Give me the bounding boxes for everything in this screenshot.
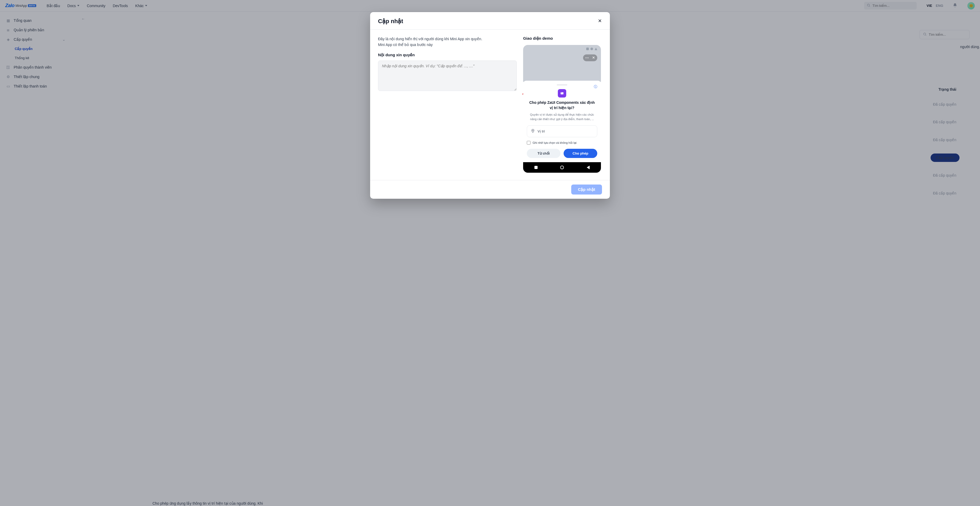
svg-rect-9: [561, 93, 562, 93]
phone-system-nav: [523, 162, 601, 173]
permission-content-label: Nội dung xin quyền: [378, 53, 517, 57]
sheet-handle[interactable]: [557, 84, 567, 86]
back-icon[interactable]: [587, 165, 590, 169]
permission-item-label: Vị trí: [538, 129, 545, 133]
demo-ui-label: Giao diện demo: [523, 36, 602, 41]
remember-choice-checkbox[interactable]: [527, 141, 530, 145]
submit-update-button[interactable]: Cập nhật: [571, 185, 602, 194]
modal-desc-line2: Mini App có thể bỏ qua bước này: [378, 42, 517, 48]
update-modal: Cập nhật Đây là nội dung hiển thị với ng…: [370, 12, 610, 199]
permission-content-textarea[interactable]: [378, 60, 517, 91]
recent-apps-icon[interactable]: [535, 166, 538, 169]
modal-form-area: Đây là nội dung hiển thị với người dùng …: [378, 36, 517, 173]
modal-demo-area: Giao diện demo ⋯: [523, 36, 602, 173]
remember-choice-row[interactable]: Ghi nhớ lựa chọn và không hỏi lại: [527, 141, 597, 145]
miniapp-header-actions: ⋯: [583, 54, 597, 61]
permission-item-location: Vị trí: [527, 126, 597, 137]
allow-button[interactable]: Cho phép: [563, 149, 597, 158]
modal-desc-line1: Đây là nội dung hiển thị với người dùng …: [378, 37, 482, 41]
status-wifi-icon: [595, 48, 597, 50]
sheet-subtitle: Quyền vị trí được sử dụng để thực hiện c…: [527, 113, 597, 121]
modal-description: Đây là nội dung hiển thị với người dùng …: [378, 36, 517, 48]
close-button[interactable]: [598, 19, 602, 24]
close-icon: [598, 19, 602, 24]
home-icon[interactable]: [560, 165, 564, 169]
modal-title: Cập nhật: [378, 18, 403, 25]
location-icon: [531, 129, 535, 134]
svg-rect-8: [561, 92, 563, 94]
phone-status-icons: [586, 48, 597, 50]
deny-button[interactable]: Từ chối: [527, 149, 560, 158]
phone-preview: ⋯ ⓘ Cho phép ZaUI Components xác định v: [523, 45, 601, 173]
remember-choice-label: Ghi nhớ lựa chọn và không hỏi lại: [533, 141, 576, 145]
permission-sheet: ⓘ Cho phép ZaUI Components xác định vị t…: [523, 81, 601, 162]
phone-app-background: ⋯: [523, 45, 601, 82]
sheet-title: Cho phép ZaUI Components xác định vị trí…: [527, 100, 597, 110]
app-icon: [558, 89, 566, 97]
more-icon[interactable]: ⋯: [585, 56, 589, 60]
status-signal-icon: [586, 48, 589, 50]
svg-point-10: [532, 130, 533, 131]
modal-overlay: Cập nhật Đây là nội dung hiển thị với ng…: [0, 0, 980, 506]
info-icon[interactable]: ⓘ: [594, 84, 597, 89]
close-icon[interactable]: [592, 56, 595, 60]
status-circle-icon: [590, 48, 593, 50]
